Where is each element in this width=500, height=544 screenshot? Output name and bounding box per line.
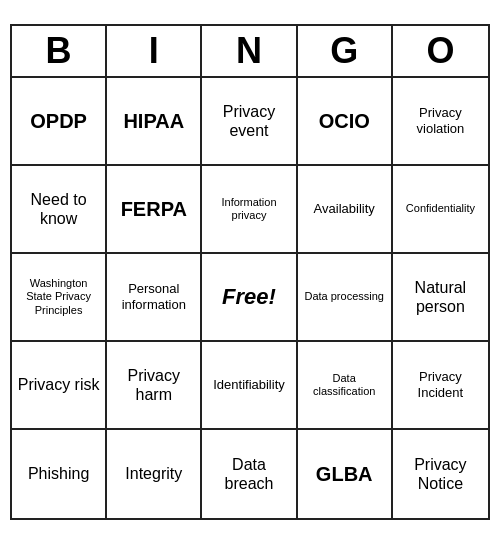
bingo-cell: OPDP: [12, 78, 107, 166]
bingo-cell: Need to know: [12, 166, 107, 254]
bingo-cell: Integrity: [107, 430, 202, 518]
bingo-card: BINGO OPDPHIPAAPrivacy eventOCIOPrivacy …: [10, 24, 490, 520]
bingo-cell: Personal information: [107, 254, 202, 342]
bingo-cell: Free!: [202, 254, 297, 342]
bingo-cell: FERPA: [107, 166, 202, 254]
bingo-cell: OCIO: [298, 78, 393, 166]
bingo-cell: Privacy risk: [12, 342, 107, 430]
bingo-cell: Data classification: [298, 342, 393, 430]
bingo-cell: Washington State Privacy Principles: [12, 254, 107, 342]
bingo-header: BINGO: [12, 26, 488, 78]
bingo-cell: Natural person: [393, 254, 488, 342]
bingo-cell: Privacy harm: [107, 342, 202, 430]
bingo-grid: OPDPHIPAAPrivacy eventOCIOPrivacy violat…: [12, 78, 488, 518]
header-letter: N: [202, 26, 297, 76]
bingo-cell: Phishing: [12, 430, 107, 518]
header-letter: I: [107, 26, 202, 76]
bingo-cell: Availability: [298, 166, 393, 254]
bingo-cell: Privacy Notice: [393, 430, 488, 518]
header-letter: B: [12, 26, 107, 76]
bingo-cell: Privacy Incident: [393, 342, 488, 430]
header-letter: O: [393, 26, 488, 76]
bingo-cell: GLBA: [298, 430, 393, 518]
bingo-cell: Information privacy: [202, 166, 297, 254]
bingo-cell: Privacy violation: [393, 78, 488, 166]
bingo-cell: Identifiability: [202, 342, 297, 430]
bingo-cell: Confidentiality: [393, 166, 488, 254]
header-letter: G: [298, 26, 393, 76]
bingo-cell: HIPAA: [107, 78, 202, 166]
bingo-cell: Data processing: [298, 254, 393, 342]
bingo-cell: Privacy event: [202, 78, 297, 166]
bingo-cell: Data breach: [202, 430, 297, 518]
